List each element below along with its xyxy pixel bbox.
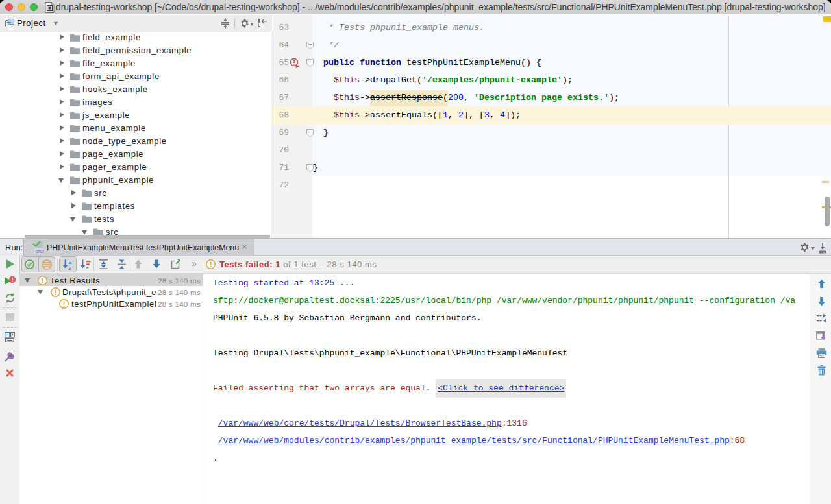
svg-text:php: php	[36, 248, 44, 254]
svg-text:z: z	[69, 265, 72, 270]
